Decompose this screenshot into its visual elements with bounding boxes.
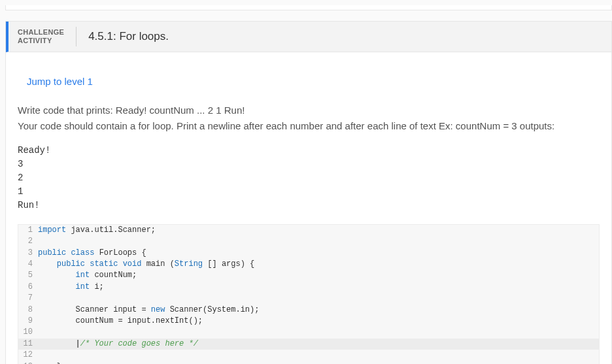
code-content[interactable]: import java.util.Scanner;	[38, 225, 599, 236]
code-content[interactable]: Scanner input = new Scanner(System.in);	[38, 305, 599, 316]
code-line[interactable]: 3public class ForLoops {	[18, 248, 599, 259]
code-content[interactable]: public static void main (String [] args)…	[38, 259, 599, 270]
code-content[interactable]	[38, 350, 599, 361]
code-content[interactable]: int countNum;	[38, 270, 599, 281]
line-number: 6	[18, 282, 38, 293]
instruction-line-2: Your code should contain a for loop. Pri…	[18, 118, 600, 133]
previous-card-edge	[5, 5, 612, 10]
line-number: 1	[18, 225, 38, 236]
line-number: 3	[18, 248, 38, 259]
line-number: 2	[18, 236, 38, 247]
card-header: CHALLENGE ACTIVITY 4.5.1: For loops.	[6, 22, 611, 52]
code-line[interactable]: 6 int i;	[18, 282, 599, 293]
code-content[interactable]	[38, 236, 599, 247]
code-content[interactable]: }	[38, 361, 599, 364]
sample-output: Ready! 3 2 1 Run!	[18, 144, 600, 212]
line-number: 8	[18, 305, 38, 316]
code-editor[interactable]: 1import java.util.Scanner;23public class…	[18, 224, 600, 364]
code-line[interactable]: 2	[18, 236, 599, 247]
activity-title: 4.5.1: For loops.	[88, 30, 169, 43]
line-number: 7	[18, 293, 38, 304]
challenge-activity-label: CHALLENGE ACTIVITY	[18, 27, 76, 46]
code-line[interactable]: 5 int countNum;	[18, 270, 599, 281]
code-line[interactable]: 13 }	[18, 361, 599, 364]
code-content[interactable]: int i;	[38, 282, 599, 293]
line-number: 13	[18, 361, 38, 364]
code-content[interactable]	[38, 293, 599, 304]
line-number: 5	[18, 270, 38, 281]
code-line[interactable]: 12	[18, 350, 599, 361]
jump-to-level-link[interactable]: Jump to level 1	[18, 64, 600, 103]
code-content[interactable]: |/* Your code goes here */	[38, 339, 599, 350]
line-number: 9	[18, 316, 38, 327]
instructions: Write code that prints: Ready! countNum …	[18, 103, 600, 133]
code-line[interactable]: 1import java.util.Scanner;	[18, 225, 599, 236]
text-cursor: |	[76, 339, 80, 348]
code-content[interactable]: public class ForLoops {	[38, 248, 599, 259]
challenge-card: CHALLENGE ACTIVITY 4.5.1: For loops. Jum…	[5, 21, 612, 364]
code-content[interactable]: countNum = input.nextInt();	[38, 316, 599, 327]
instruction-line-1: Write code that prints: Ready! countNum …	[18, 103, 600, 118]
code-line[interactable]: 4 public static void main (String [] arg…	[18, 259, 599, 270]
code-line[interactable]: 11 |/* Your code goes here */	[18, 339, 599, 350]
code-line[interactable]: 10	[18, 327, 599, 338]
line-number: 11	[18, 339, 38, 350]
code-line[interactable]: 8 Scanner input = new Scanner(System.in)…	[18, 305, 599, 316]
line-number: 4	[18, 259, 38, 270]
label-line-2: ACTIVITY	[18, 37, 64, 45]
card-body: Jump to level 1 Write code that prints: …	[6, 52, 611, 364]
line-number: 12	[18, 350, 38, 361]
code-line[interactable]: 9 countNum = input.nextInt();	[18, 316, 599, 327]
label-line-1: CHALLENGE	[18, 28, 64, 37]
code-line[interactable]: 7	[18, 293, 599, 304]
code-content[interactable]	[38, 327, 599, 338]
line-number: 10	[18, 327, 38, 338]
